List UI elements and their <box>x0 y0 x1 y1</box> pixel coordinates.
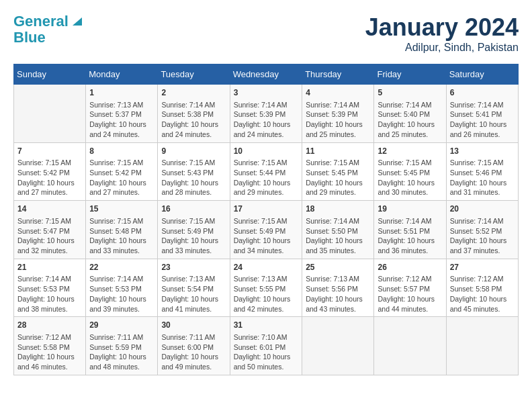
day-number: 10 <box>234 146 299 157</box>
week-row-1: 1 Sunrise: 7:13 AM Sunset: 5:37 PM Dayli… <box>14 85 519 143</box>
daylight-info: Daylight: 10 hours and 38 minutes. <box>17 294 82 314</box>
daylight-info: Daylight: 10 hours and 25 minutes. <box>306 120 370 139</box>
calendar-cell: 31 Sunrise: 7:10 AM Sunset: 6:01 PM Dayl… <box>230 317 302 375</box>
day-number: 28 <box>17 320 82 331</box>
calendar-cell: 14 Sunrise: 7:15 AM Sunset: 5:47 PM Dayl… <box>14 201 86 259</box>
page-header: General Blue January 2024 Adilpur, Sindh… <box>13 13 519 54</box>
sunrise-info: Sunrise: 7:13 AM <box>234 274 299 284</box>
sunrise-info: Sunrise: 7:14 AM <box>89 274 154 284</box>
calendar-cell: 16 Sunrise: 7:15 AM Sunset: 5:49 PM Dayl… <box>158 201 230 259</box>
calendar-cell: 10 Sunrise: 7:15 AM Sunset: 5:44 PM Dayl… <box>230 142 302 201</box>
day-number: 1 <box>89 87 154 99</box>
sunset-info: Sunset: 5:58 PM <box>17 342 82 353</box>
daylight-info: Daylight: 10 hours and 33 minutes. <box>161 236 226 255</box>
sunrise-info: Sunrise: 7:15 AM <box>17 216 82 226</box>
day-number: 4 <box>306 87 370 99</box>
day-number: 5 <box>378 87 442 99</box>
weekday-header-saturday: Saturday <box>446 64 518 85</box>
sunrise-info: Sunrise: 7:13 AM <box>161 274 226 284</box>
calendar-cell: 4 Sunrise: 7:14 AM Sunset: 5:39 PM Dayli… <box>302 85 374 143</box>
daylight-info: Daylight: 10 hours and 42 minutes. <box>234 294 299 314</box>
daylight-info: Daylight: 10 hours and 37 minutes. <box>450 236 515 255</box>
sunset-info: Sunset: 5:56 PM <box>306 284 370 294</box>
day-number: 23 <box>161 262 226 273</box>
daylight-info: Daylight: 10 hours and 35 minutes. <box>306 236 370 255</box>
day-number: 22 <box>89 262 154 273</box>
daylight-info: Daylight: 10 hours and 36 minutes. <box>378 236 442 255</box>
sunrise-info: Sunrise: 7:10 AM <box>234 332 299 342</box>
calendar-cell <box>302 317 374 375</box>
daylight-info: Daylight: 10 hours and 48 minutes. <box>89 352 154 371</box>
sunset-info: Sunset: 5:59 PM <box>89 342 154 353</box>
sunset-info: Sunset: 5:45 PM <box>378 168 442 178</box>
day-number: 16 <box>161 203 226 215</box>
sunrise-info: Sunrise: 7:14 AM <box>306 100 370 110</box>
sunset-info: Sunset: 5:37 PM <box>89 109 154 120</box>
day-number: 2 <box>161 87 226 99</box>
calendar-cell: 20 Sunrise: 7:14 AM Sunset: 5:52 PM Dayl… <box>446 201 518 259</box>
day-number: 8 <box>89 146 154 157</box>
calendar-cell: 7 Sunrise: 7:15 AM Sunset: 5:42 PM Dayli… <box>14 142 86 201</box>
daylight-info: Daylight: 10 hours and 29 minutes. <box>306 178 370 197</box>
sunset-info: Sunset: 5:57 PM <box>378 284 442 294</box>
sunset-info: Sunset: 5:45 PM <box>306 168 370 178</box>
daylight-info: Daylight: 10 hours and 34 minutes. <box>234 236 299 255</box>
day-number: 20 <box>450 203 515 215</box>
calendar-cell: 17 Sunrise: 7:15 AM Sunset: 5:49 PM Dayl… <box>230 201 302 259</box>
sunset-info: Sunset: 5:44 PM <box>234 168 299 178</box>
calendar-table: SundayMondayTuesdayWednesdayThursdayFrid… <box>13 64 519 375</box>
day-number: 24 <box>234 262 299 273</box>
daylight-info: Daylight: 10 hours and 32 minutes. <box>17 236 82 255</box>
calendar-cell: 18 Sunrise: 7:14 AM Sunset: 5:50 PM Dayl… <box>302 201 374 259</box>
day-number: 11 <box>306 146 370 157</box>
sunrise-info: Sunrise: 7:15 AM <box>161 216 226 226</box>
logo-blue-text: Blue <box>13 30 46 46</box>
sunrise-info: Sunrise: 7:14 AM <box>17 274 82 284</box>
sunset-info: Sunset: 5:47 PM <box>17 226 82 236</box>
calendar-cell: 29 Sunrise: 7:11 AM Sunset: 5:59 PM Dayl… <box>86 317 158 375</box>
calendar-cell: 15 Sunrise: 7:15 AM Sunset: 5:48 PM Dayl… <box>86 201 158 259</box>
calendar-cell <box>446 317 518 375</box>
sunrise-info: Sunrise: 7:12 AM <box>378 274 442 284</box>
sunset-info: Sunset: 5:40 PM <box>378 109 442 120</box>
daylight-info: Daylight: 10 hours and 30 minutes. <box>378 178 442 197</box>
sunset-info: Sunset: 5:54 PM <box>161 284 226 294</box>
day-number: 31 <box>234 320 299 331</box>
sunset-info: Sunset: 5:53 PM <box>17 284 82 294</box>
daylight-info: Daylight: 10 hours and 24 minutes. <box>234 120 299 139</box>
week-row-3: 14 Sunrise: 7:15 AM Sunset: 5:47 PM Dayl… <box>14 201 519 259</box>
calendar-cell <box>374 317 446 375</box>
sunset-info: Sunset: 5:39 PM <box>234 109 299 120</box>
logo-text: General <box>13 13 69 30</box>
day-number: 18 <box>306 203 370 215</box>
sunset-info: Sunset: 5:49 PM <box>234 226 299 236</box>
day-number: 9 <box>161 146 226 157</box>
sunset-info: Sunset: 5:43 PM <box>161 168 226 178</box>
sunset-info: Sunset: 5:55 PM <box>234 284 299 294</box>
daylight-info: Daylight: 10 hours and 43 minutes. <box>306 294 370 314</box>
sunset-info: Sunset: 6:01 PM <box>234 342 299 353</box>
day-number: 7 <box>17 146 82 157</box>
day-number: 3 <box>234 87 299 99</box>
daylight-info: Daylight: 10 hours and 24 minutes. <box>89 120 154 139</box>
sunrise-info: Sunrise: 7:14 AM <box>306 216 370 226</box>
weekday-header-sunday: Sunday <box>14 64 86 85</box>
daylight-info: Daylight: 10 hours and 27 minutes. <box>89 178 154 197</box>
sunset-info: Sunset: 5:42 PM <box>17 168 82 178</box>
day-number: 29 <box>89 320 154 331</box>
calendar-cell: 1 Sunrise: 7:13 AM Sunset: 5:37 PM Dayli… <box>86 85 158 143</box>
daylight-info: Daylight: 10 hours and 25 minutes. <box>378 120 442 139</box>
day-number: 14 <box>17 203 82 215</box>
calendar-cell: 3 Sunrise: 7:14 AM Sunset: 5:39 PM Dayli… <box>230 85 302 143</box>
sunrise-info: Sunrise: 7:15 AM <box>89 158 154 168</box>
weekday-header-tuesday: Tuesday <box>158 64 230 85</box>
daylight-info: Daylight: 10 hours and 26 minutes. <box>450 120 515 139</box>
day-number: 21 <box>17 262 82 273</box>
sunset-info: Sunset: 5:48 PM <box>89 226 154 236</box>
daylight-info: Daylight: 10 hours and 27 minutes. <box>17 178 82 197</box>
calendar-cell: 13 Sunrise: 7:15 AM Sunset: 5:46 PM Dayl… <box>446 142 518 201</box>
weekday-header-friday: Friday <box>374 64 446 85</box>
daylight-info: Daylight: 10 hours and 28 minutes. <box>161 178 226 197</box>
weekday-header-monday: Monday <box>86 64 158 85</box>
sunrise-info: Sunrise: 7:15 AM <box>161 158 226 168</box>
